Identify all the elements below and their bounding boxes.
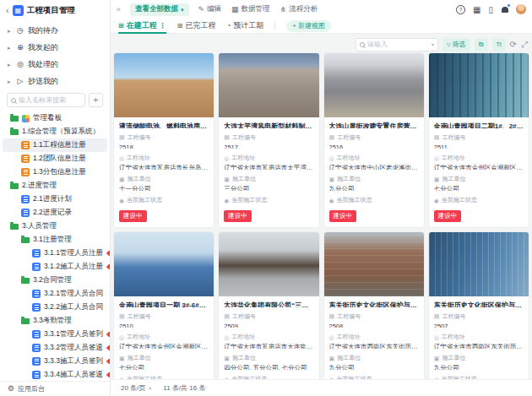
toolbar-search-input[interactable] <box>367 41 429 48</box>
chevron-down-icon <box>432 42 434 47</box>
tree-item-label: 3.1注册管理 <box>33 235 72 245</box>
status-badge: 建设中 <box>329 210 357 222</box>
notification-badge <box>507 3 511 8</box>
nav-item-label: 我发起的 <box>28 42 58 53</box>
tree-item[interactable]: 2.进度管理 <box>3 179 107 193</box>
new-view-label: 新建视图 <box>298 21 325 30</box>
data-scope-button[interactable]: 查看全部数据 <box>130 3 189 16</box>
view-tab[interactable]: ⊞ 已完工程 <box>177 19 216 33</box>
status-icon <box>329 198 334 203</box>
tree-item[interactable]: 3.3.3施工人员签到 <box>3 355 107 368</box>
collapse-sidebar-icon[interactable] <box>6 6 9 15</box>
funnel-icon <box>447 42 451 47</box>
user-avatar[interactable] <box>516 4 526 14</box>
share-button[interactable] <box>475 38 488 52</box>
topbar-actions: ✎ 编辑 ▦ 数据管理 ⋔ 流程分析 <box>198 4 318 14</box>
field-label-text: 工程地址 <box>231 154 255 162</box>
project-photo <box>114 53 214 117</box>
project-card[interactable]: 东关街历史文化街区保护与利用项目三标段 工程编号 2508 工程地址 辽宁省大连… <box>323 231 425 379</box>
project-card[interactable]: 大连太平湾风电新型材料制造基地项目一期 工程编号 2517 工程地址 辽宁省大连… <box>218 52 319 228</box>
plus-icon <box>292 22 296 30</box>
sidebar-nav-item[interactable]: ⊕ 我发起的 <box>0 39 110 56</box>
tree-item[interactable]: 管理看板 <box>3 111 107 125</box>
project-address: 辽宁省大连市中山区老虎滩街道山屏街34号 <box>329 164 419 170</box>
tree-item[interactable]: 3.1.1管理人员注册 <box>3 247 107 260</box>
project-cards-grid: 液流储能电池、燃料电池用关键核心材料生产基地项目 工程编号 2518 工程地址 … <box>113 52 529 379</box>
notifications-icon[interactable] <box>501 6 508 13</box>
tree-item[interactable]: 3.2.2施工人员合同 <box>3 301 107 314</box>
initiated-icon: ⊕ <box>16 44 24 52</box>
sidebar-nav-item[interactable]: ▷ 抄送我的 <box>0 73 110 90</box>
field-label-text: 施工单位 <box>442 354 465 362</box>
topbar-right-icons <box>456 4 526 14</box>
folder-icon <box>10 129 19 135</box>
tree-item-label: 1.综合管理（预算系统） <box>22 127 100 137</box>
view-tab[interactable]: ◔ 预计工期 <box>226 19 263 33</box>
page-size-select[interactable]: 20 条/页 <box>121 383 151 393</box>
topbar-action-button[interactable]: ▦ 数据管理 <box>231 4 270 14</box>
fullscreen-button[interactable] <box>521 41 528 49</box>
sidebar-search-box[interactable] <box>7 93 85 107</box>
sidebar-search-input[interactable] <box>19 96 81 104</box>
status-block: 当前施工状态 建设中 <box>224 196 313 222</box>
project-card[interactable]: 大连山屏街改建安置住房营房拆除项目 工程编号 2516 工程地址 辽宁省大连市中… <box>323 52 425 228</box>
project-photo <box>324 53 424 117</box>
topbar-action-button[interactable]: ✎ 编辑 <box>198 4 222 14</box>
tree-item[interactable]: 1.1工程信息注册 <box>3 138 107 152</box>
tab-menu-icon[interactable] <box>160 22 166 30</box>
add-button[interactable] <box>89 93 103 107</box>
help-icon[interactable] <box>456 5 465 14</box>
project-card[interactable]: 金南山青园项目一期 3#-6#、8#-17#、地下车库 工程编号 2510 工程… <box>113 231 214 379</box>
tree-item[interactable]: 1.2团队信息注册 <box>3 152 107 165</box>
tab-label: 已完工程 <box>185 20 215 31</box>
tree-item[interactable]: 3.2合同管理 <box>3 274 107 287</box>
tree-item[interactable]: 3.3.2管理人员签退 <box>3 341 107 355</box>
display-fields-button[interactable] <box>492 38 506 52</box>
refresh-button[interactable] <box>510 41 517 49</box>
field-label-code: 工程编号 <box>119 133 209 142</box>
tree-item[interactable]: 3.2.1管理人员合同 <box>3 287 107 301</box>
mobile-icon[interactable] <box>488 5 493 14</box>
project-card[interactable]: 液流储能电池、燃料电池用关键核心材料生产基地项目 工程编号 2518 工程地址 … <box>113 52 214 228</box>
field-label-text: 施工单位 <box>232 354 256 362</box>
apps-icon[interactable] <box>473 5 480 14</box>
project-card[interactable]: 大连盐化集团有限公司“三供一业”分离移交维修改造项目 工程编号 2509 工程地… <box>218 231 319 379</box>
tree-item[interactable]: 3.3.1管理人员签到 <box>3 328 107 341</box>
tree-item[interactable]: 3.3考勤管理 <box>3 314 107 328</box>
topbar-action-button[interactable]: ⋔ 流程分析 <box>280 4 318 14</box>
grid-icon: ⊞ <box>118 23 124 30</box>
tree-item[interactable]: 2.1进度计划 <box>3 193 107 206</box>
app-backend-button[interactable]: 应用后台 <box>0 381 110 396</box>
cc-icon: ▷ <box>16 78 24 85</box>
form-icon <box>21 195 30 203</box>
project-photo <box>429 53 529 117</box>
sidebar-nav-item[interactable]: ◎ 我处理的 <box>0 56 110 73</box>
sidebar-nav-item[interactable]: ◷ 我的待办 <box>0 22 110 39</box>
sidebar-header: 工程项目管理 <box>0 0 110 20</box>
tree-item[interactable]: 3.1注册管理 <box>3 233 107 247</box>
folder-icon <box>10 116 19 122</box>
tree-item[interactable]: 3.1.2施工人员注册 <box>3 260 107 274</box>
new-view-button[interactable]: 新建视图 <box>286 20 331 32</box>
form-icon <box>21 209 30 217</box>
tree-item[interactable]: 1.3分包信息注册 <box>3 165 107 179</box>
field-label-address: 工程地址 <box>434 333 524 341</box>
tree-item[interactable]: 2.2进度记录 <box>3 206 107 220</box>
project-card[interactable]: 东关街历史文化街区保护与利用项目二标段 工程编号 2507 工程地址 辽宁省大连… <box>428 231 529 379</box>
code-icon <box>224 134 230 140</box>
tree-item-label: 3.2.2施工人员合同 <box>44 302 103 312</box>
collapse-panel-icon[interactable] <box>117 5 121 14</box>
filter-button[interactable]: 筛选 <box>442 38 470 52</box>
tree-item-label: 3.2合同管理 <box>33 275 72 285</box>
toolbar-search-box[interactable] <box>356 38 438 52</box>
tree-item-label: 3.1.1管理人员注册 <box>44 248 103 258</box>
tree-item[interactable]: 3.3.4施工人员签退 <box>3 368 107 381</box>
app-backend-label: 应用后台 <box>18 384 45 393</box>
view-tab[interactable]: ⊞ 在建工程 <box>118 19 166 33</box>
code-icon <box>119 134 125 140</box>
field-label-text: 工程编号 <box>442 133 465 142</box>
project-card[interactable]: 金南山青园项目二期1#、2#、6#、7#、18#楼 工程编号 2511 工程地址… <box>428 52 529 228</box>
tree-item[interactable]: 3.人员管理 <box>3 220 107 233</box>
field-label-text: 工程编号 <box>232 133 256 142</box>
tree-item[interactable]: 1.综合管理（预算系统） <box>3 125 107 138</box>
